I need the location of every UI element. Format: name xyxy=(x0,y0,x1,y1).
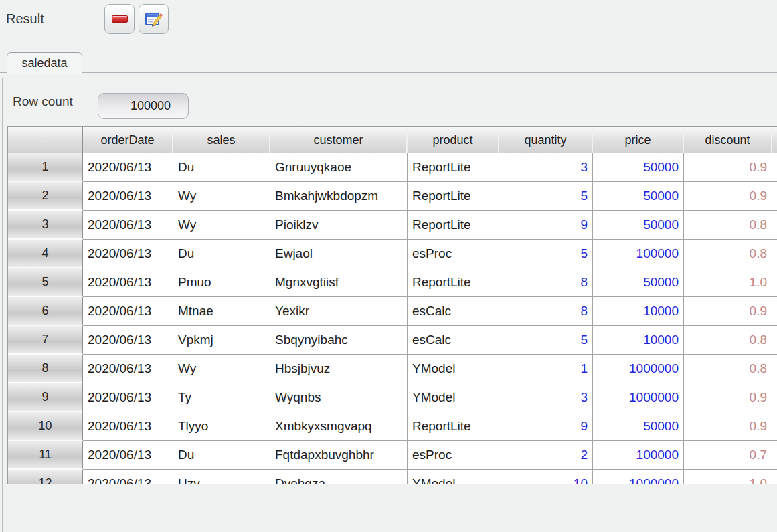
column-header-discount[interactable]: discount xyxy=(684,127,772,153)
cell-orderDate[interactable]: 2020/06/13 xyxy=(83,153,173,182)
clipped-cell[interactable] xyxy=(772,182,777,211)
cell-customer[interactable]: Mgnxvgtiisf xyxy=(270,268,408,297)
cell-orderDate[interactable]: 2020/06/13 xyxy=(83,240,173,268)
cell-customer[interactable]: Sbqynyibahc xyxy=(270,326,408,355)
clipped-cell[interactable] xyxy=(772,297,777,326)
cell-orderDate[interactable]: 2020/06/13 xyxy=(83,211,173,240)
cell-sales[interactable]: Vpkmj xyxy=(173,326,270,355)
cell-discount[interactable]: 1.0 xyxy=(684,470,772,484)
cell-quantity[interactable]: 5 xyxy=(499,326,593,355)
clipped-cell[interactable] xyxy=(772,153,777,182)
cell-orderDate[interactable]: 2020/06/13 xyxy=(83,268,173,297)
cell-customer[interactable]: Dyohgza xyxy=(270,470,408,484)
row-header[interactable]: 1 xyxy=(8,153,83,182)
cell-quantity[interactable]: 9 xyxy=(499,211,593,240)
cell-orderDate[interactable]: 2020/06/13 xyxy=(83,326,173,355)
cell-discount[interactable]: 0.8 xyxy=(684,211,772,240)
row-header[interactable]: 10 xyxy=(8,412,83,441)
cell-product[interactable]: YModel xyxy=(408,355,499,383)
row-count-field[interactable]: 100000 xyxy=(98,93,189,119)
cell-customer[interactable]: Bmkahjwkbdopzm xyxy=(270,182,408,211)
cell-quantity[interactable]: 5 xyxy=(499,240,593,268)
cell-discount[interactable]: 1.0 xyxy=(684,268,772,297)
cell-sales[interactable]: Du xyxy=(173,441,270,470)
cell-product[interactable]: ReportLite xyxy=(408,268,499,297)
row-header[interactable]: 2 xyxy=(8,182,83,211)
cell-price[interactable]: 50000 xyxy=(593,182,684,211)
cell-discount[interactable]: 0.9 xyxy=(684,383,772,412)
cell-orderDate[interactable]: 2020/06/13 xyxy=(83,470,173,484)
cell-quantity[interactable]: 8 xyxy=(499,268,593,297)
cell-price[interactable]: 50000 xyxy=(593,211,684,240)
column-header-orderDate[interactable]: orderDate xyxy=(83,127,173,153)
cell-product[interactable]: YModel xyxy=(408,470,499,484)
clipped-cell[interactable] xyxy=(772,412,777,441)
cell-discount[interactable]: 0.9 xyxy=(684,412,772,441)
column-header-product[interactable]: product xyxy=(408,127,499,153)
cell-price[interactable]: 100000 xyxy=(593,441,684,470)
cell-discount[interactable]: 0.8 xyxy=(684,355,772,383)
cell-customer[interactable]: Yexikr xyxy=(270,297,408,326)
cell-customer[interactable]: Wyqnbs xyxy=(270,383,408,412)
cell-quantity[interactable]: 2 xyxy=(499,441,593,470)
cell-sales[interactable]: Tlyyo xyxy=(173,412,270,441)
clipped-cell[interactable] xyxy=(772,383,777,412)
cell-sales[interactable]: Uzy xyxy=(173,470,270,484)
cell-customer[interactable]: Hbsjbjvuz xyxy=(270,355,408,383)
cell-product[interactable]: esCalc xyxy=(408,326,499,355)
cell-discount[interactable]: 0.9 xyxy=(684,182,772,211)
clipped-cell[interactable] xyxy=(772,211,777,240)
cell-sales[interactable]: Mtnae xyxy=(173,297,270,326)
cell-product[interactable]: ReportLite xyxy=(408,412,499,441)
cell-product[interactable]: ReportLite xyxy=(408,211,499,240)
row-header[interactable]: 11 xyxy=(8,441,83,470)
cell-product[interactable]: esCalc xyxy=(408,297,499,326)
column-header-price[interactable]: price xyxy=(593,127,684,153)
cell-customer[interactable]: Ewjaol xyxy=(270,240,408,268)
cell-sales[interactable]: Wy xyxy=(173,355,270,383)
cell-price[interactable]: 10000 xyxy=(593,297,684,326)
clipped-cell[interactable] xyxy=(772,268,777,297)
row-header[interactable]: 7 xyxy=(8,326,83,355)
cell-orderDate[interactable]: 2020/06/13 xyxy=(83,297,173,326)
cell-orderDate[interactable]: 2020/06/13 xyxy=(83,355,173,383)
cell-quantity[interactable]: 9 xyxy=(499,412,593,441)
clipped-cell[interactable] xyxy=(772,355,777,383)
cell-quantity[interactable]: 1 xyxy=(499,355,593,383)
cell-orderDate[interactable]: 2020/06/13 xyxy=(83,441,173,470)
row-header[interactable]: 6 xyxy=(8,297,83,326)
cell-quantity[interactable]: 10 xyxy=(499,470,593,484)
cell-price[interactable]: 50000 xyxy=(593,153,684,182)
edit-button[interactable] xyxy=(139,4,169,34)
cell-product[interactable]: esProc xyxy=(408,441,499,470)
row-header[interactable]: 3 xyxy=(8,211,83,240)
cell-customer[interactable]: Xmbkyxsmgvapq xyxy=(270,412,408,441)
cell-product[interactable]: esProc xyxy=(408,240,499,268)
column-header-clipped[interactable] xyxy=(772,127,777,153)
cell-sales[interactable]: Du xyxy=(173,153,270,182)
cell-quantity[interactable]: 8 xyxy=(499,297,593,326)
cell-price[interactable]: 1000000 xyxy=(593,470,684,484)
cell-price[interactable]: 100000 xyxy=(593,240,684,268)
clipped-cell[interactable] xyxy=(772,326,777,355)
cell-discount[interactable]: 0.9 xyxy=(684,297,772,326)
tab-saledata[interactable]: saledata xyxy=(7,52,82,74)
cell-product[interactable]: YModel xyxy=(408,383,499,412)
cell-customer[interactable]: Fqtdapxbuvghbhr xyxy=(270,441,408,470)
cell-discount[interactable]: 0.8 xyxy=(684,326,772,355)
cell-sales[interactable]: Du xyxy=(173,240,270,268)
row-header[interactable]: 5 xyxy=(8,268,83,297)
cell-quantity[interactable]: 5 xyxy=(499,182,593,211)
cell-quantity[interactable]: 3 xyxy=(499,383,593,412)
cell-orderDate[interactable]: 2020/06/13 xyxy=(83,383,173,412)
row-header[interactable]: 12 xyxy=(8,470,83,484)
cell-discount[interactable]: 0.8 xyxy=(684,240,772,268)
cell-price[interactable]: 50000 xyxy=(593,412,684,441)
row-header[interactable]: 8 xyxy=(8,355,83,383)
cell-orderDate[interactable]: 2020/06/13 xyxy=(83,182,173,211)
clipped-cell[interactable] xyxy=(772,470,777,484)
cell-price[interactable]: 1000000 xyxy=(593,355,684,383)
cell-customer[interactable]: Pioiklzv xyxy=(270,211,408,240)
column-header-quantity[interactable]: quantity xyxy=(499,127,593,153)
cell-discount[interactable]: 0.7 xyxy=(684,441,772,470)
